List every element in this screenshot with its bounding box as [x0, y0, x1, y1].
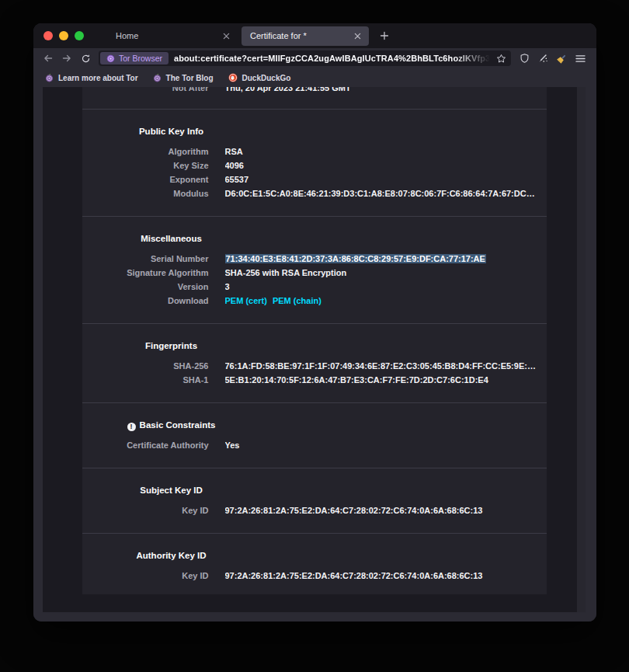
- tab-certificate-label: Certificate for *: [250, 31, 350, 40]
- url-text[interactable]: about:certificate?cert=MIIFgzCCA2ugAwIBA…: [174, 54, 493, 63]
- section-title: Fingerprints: [82, 339, 261, 353]
- cert-label: Modulus: [82, 189, 209, 198]
- shield-icon[interactable]: [515, 50, 533, 67]
- url-bar[interactable]: Tor Browser about:certificate?cert=MIIFg…: [99, 50, 511, 66]
- cert-row: Key Size4096: [82, 158, 547, 172]
- about-certificate-page: Not After Thu, 20 Apr 2023 21:41:55 GMT …: [43, 87, 586, 612]
- reload-button[interactable]: [76, 50, 95, 67]
- new-identity-broom-icon[interactable]: [552, 50, 571, 67]
- cert-label: Key ID: [82, 506, 209, 515]
- cert-value: 97:2A:26:81:2A:75:E2:DA:64:C7:28:02:72:C…: [225, 571, 547, 580]
- cert-row: Exponent65537: [82, 172, 547, 186]
- cert-value: 65537: [225, 175, 547, 184]
- tab-strip: Home Certificate for *: [101, 23, 596, 48]
- forward-button[interactable]: [57, 50, 76, 67]
- cert-row: Key ID97:2A:26:81:2A:75:E2:DA:64:C7:28:0…: [82, 503, 547, 517]
- cert-row: SHA-25676:1A:FD:58:BE:97:1F:1F:07:49:34:…: [82, 359, 547, 373]
- menu-icon[interactable]: [571, 50, 589, 67]
- new-tab-button[interactable]: [375, 26, 394, 45]
- zoom-window-button[interactable]: [75, 31, 84, 40]
- cert-row: Signature AlgorithmSHA-256 with RSA Encr…: [82, 266, 547, 280]
- cert-value: RSA: [225, 147, 547, 156]
- critical-extension-icon: [127, 423, 136, 431]
- section-title: Basic Constraints: [82, 418, 261, 432]
- cert-label: Exponent: [82, 175, 209, 184]
- cert-label: Download: [82, 296, 209, 305]
- cert-row: Version3: [82, 280, 547, 294]
- cert-label: Version: [82, 282, 209, 291]
- tor-browser-chip[interactable]: Tor Browser: [100, 52, 169, 64]
- onion-icon: [45, 74, 54, 82]
- section-title: Authority Key ID: [82, 548, 261, 562]
- cert-label: Certificate Authority: [82, 440, 209, 450]
- onion-icon: [106, 54, 115, 63]
- cert-value: Yes: [225, 440, 547, 450]
- cert-label: SHA-256: [82, 361, 209, 371]
- section-divider: [82, 468, 547, 468]
- download-link[interactable]: PEM (cert): [225, 296, 267, 305]
- bookmark-learn-more-about-tor[interactable]: Learn more about Tor: [45, 74, 138, 82]
- tab-bar: Home Certificate for *: [33, 23, 596, 48]
- arrow-left-icon: [43, 53, 54, 64]
- section-divider: [82, 533, 547, 534]
- section-divider: [82, 109, 547, 110]
- section-title: Subject Key ID: [82, 483, 261, 497]
- tab-close-icon[interactable]: [219, 29, 233, 43]
- certificate-panel: Not After Thu, 20 Apr 2023 21:41:55 GMT …: [82, 87, 547, 594]
- tab-home[interactable]: Home: [101, 26, 238, 46]
- bookmark-label: DuckDuckGo: [242, 74, 291, 82]
- bookmarks-bar: Learn more about Tor The Tor Blog DuckDu…: [33, 68, 596, 87]
- cert-value: D6:0C:E1:5C:A0:8E:46:21:39:D3:C1:A8:E8:0…: [225, 189, 547, 198]
- clear-data-wand-icon[interactable]: [533, 50, 552, 67]
- cert-label: Algorithm: [82, 147, 209, 156]
- duckduckgo-icon: [228, 73, 238, 82]
- tab-certificate[interactable]: Certificate for *: [242, 26, 369, 46]
- cert-label: Key ID: [82, 571, 209, 580]
- bookmark-the-tor-blog[interactable]: The Tor Blog: [153, 74, 214, 82]
- arrow-right-icon: [61, 53, 72, 64]
- cert-row: Key ID97:2A:26:81:2A:75:E2:DA:64:C7:28:0…: [82, 569, 547, 583]
- certificate-sections: Public Key InfoAlgorithmRSAKey Size4096E…: [82, 109, 547, 583]
- cert-value: PEM (cert)PEM (chain): [225, 296, 547, 305]
- bookmark-label: The Tor Blog: [166, 74, 214, 82]
- tor-browser-chip-label: Tor Browser: [119, 54, 162, 63]
- cert-label: Serial Number: [82, 254, 209, 263]
- cert-value: 97:2A:26:81:2A:75:E2:DA:64:C7:28:02:72:C…: [225, 506, 547, 515]
- close-window-button[interactable]: [43, 31, 53, 40]
- bookmark-star-icon[interactable]: [493, 51, 509, 65]
- cert-value: 76:1A:FD:58:BE:97:1F:1F:07:49:34:6E:87:E…: [225, 361, 547, 371]
- cert-value: 71:34:40:E3:E8:41:2D:37:3A:86:8C:C8:29:5…: [225, 254, 547, 263]
- section-divider: [82, 323, 547, 324]
- window-controls: [33, 31, 84, 40]
- onion-icon: [153, 74, 162, 82]
- reload-icon: [81, 54, 91, 64]
- section-title: Miscellaneous: [82, 232, 261, 245]
- cert-row: AlgorithmRSA: [82, 144, 547, 158]
- tab-close-icon[interactable]: [350, 29, 364, 43]
- browser-window: Home Certificate for *: [33, 23, 596, 622]
- cert-row: DownloadPEM (cert)PEM (chain): [82, 294, 547, 308]
- cert-row: Certificate AuthorityYes: [82, 438, 547, 452]
- cert-label: Not After: [82, 87, 209, 92]
- cert-value: 4096: [225, 161, 547, 170]
- selected-text[interactable]: 71:34:40:E3:E8:41:2D:37:3A:86:8C:C8:29:5…: [225, 254, 486, 263]
- minimize-window-button[interactable]: [59, 31, 68, 40]
- section-title: Public Key Info: [82, 124, 261, 138]
- section-divider: [82, 216, 547, 217]
- bookmark-duckduckgo[interactable]: DuckDuckGo: [228, 73, 291, 82]
- cert-label: SHA-1: [82, 375, 209, 385]
- cert-label: Key Size: [82, 161, 209, 170]
- back-button[interactable]: [39, 50, 57, 67]
- browser-viewport: Not After Thu, 20 Apr 2023 21:41:55 GMT …: [33, 87, 596, 622]
- scrollbar-track[interactable]: [577, 87, 586, 612]
- section-divider: [82, 402, 547, 403]
- bookmark-label: Learn more about Tor: [58, 74, 138, 82]
- cert-label: Signature Algorithm: [82, 268, 209, 277]
- navigation-toolbar: Tor Browser about:certificate?cert=MIIFg…: [33, 48, 596, 68]
- cert-row: Serial Number71:34:40:E3:E8:41:2D:37:3A:…: [82, 252, 547, 266]
- download-link[interactable]: PEM (chain): [273, 296, 321, 305]
- cert-value: 3: [225, 282, 547, 291]
- cert-row: SHA-15E:B1:20:14:70:5F:12:6A:47:B7:E3:CA…: [82, 373, 547, 387]
- cert-value: 5E:B1:20:14:70:5F:12:6A:47:B7:E3:CA:F7:F…: [225, 375, 547, 385]
- cert-value: SHA-256 with RSA Encryption: [225, 268, 547, 277]
